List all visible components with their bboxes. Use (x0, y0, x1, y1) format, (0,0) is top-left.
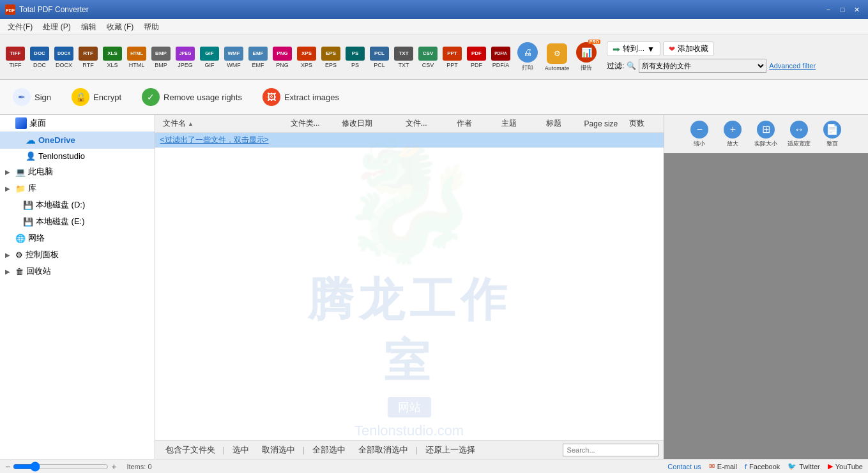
format-csv[interactable]: CSV CSV (416, 38, 439, 77)
select-button[interactable]: 选中 (227, 443, 254, 457)
zoom-out-button[interactable]: − 缩小 (685, 118, 713, 150)
extract-images-button[interactable]: 🖼 Extract images (257, 86, 344, 109)
file-list-header: 文件名 ▲ 文件类... 修改日期 文件... 作者 主题 标题 Page si… (155, 115, 664, 133)
full-page-label: 整页 (826, 140, 838, 148)
sidebar-item-local-d[interactable]: 💾 本地磁盘 (D:) (0, 197, 155, 213)
format-rtf[interactable]: RTF RTF (77, 38, 100, 77)
col-filename[interactable]: 文件名 ▲ (160, 118, 288, 129)
format-xps[interactable]: XPS XPS (295, 38, 318, 77)
col-fileinfo[interactable]: 文件... (403, 118, 454, 129)
actual-size-button[interactable]: ⊞ 实际大小 (752, 118, 780, 150)
format-html[interactable]: HTML HTML (125, 38, 148, 77)
add-favorite-button[interactable]: ❤ 添加收藏 (663, 41, 714, 56)
format-pcl[interactable]: PCL PCL (368, 38, 391, 77)
restore-selection-button[interactable]: 还原上一选择 (420, 443, 480, 457)
col-pages[interactable]: 页数 (627, 118, 659, 129)
report-button[interactable]: PRO 📊 报告 (572, 39, 600, 76)
person-icon: 👤 (26, 151, 36, 161)
zoom-slider[interactable] (13, 462, 109, 472)
menu-file[interactable]: 文件(F) (3, 20, 38, 34)
format-tiff[interactable]: TIFF TIFF (4, 38, 27, 77)
expand-arrow-icon: ▶ (5, 185, 13, 192)
format-bmp[interactable]: BMP BMP (149, 38, 172, 77)
contact-us-link[interactable]: Contact us (667, 463, 701, 470)
facebook-link[interactable]: f Facebook (745, 463, 780, 470)
sidebar-item-recycle-bin[interactable]: ▶ 🗑 回收站 (0, 263, 155, 280)
format-doc[interactable]: DOC DOC (28, 38, 51, 77)
col-modified[interactable]: 修改日期 (339, 118, 403, 129)
bottom-bar: 包含子文件夹 | 选中 取消选中 | 全部选中 全部取消选中 | 还原上一选择 (155, 440, 664, 459)
format-pdfa[interactable]: PDF/A PDF/A (489, 38, 512, 77)
format-png[interactable]: PNG PNG (271, 38, 294, 77)
format-jpeg[interactable]: JPEG JPEG (174, 38, 197, 77)
content-area: 文件名 ▲ 文件类... 修改日期 文件... 作者 主题 标题 Page si… (155, 115, 664, 459)
format-ppt[interactable]: PPT PPT (441, 38, 464, 77)
format-pdf[interactable]: PDF PDF (465, 38, 488, 77)
close-button[interactable]: ✕ (850, 4, 863, 15)
sign-icon: ✒ (13, 88, 31, 106)
col-subject[interactable]: 主题 (499, 118, 544, 129)
sidebar-label-desktop: 桌面 (29, 117, 149, 129)
minimize-button[interactable]: − (822, 4, 835, 15)
col-title[interactable]: 标题 (544, 118, 582, 129)
deselect-all-button[interactable]: 全部取消选中 (353, 443, 413, 457)
zoom-increase-button[interactable]: + (111, 462, 116, 472)
sidebar-item-onedrive[interactable]: ☁ OneDrive (0, 131, 155, 149)
include-subfolders-button[interactable]: 包含子文件夹 (160, 443, 220, 457)
filter-select[interactable]: 所有支持的文件 (639, 59, 766, 73)
col-filetype[interactable]: 文件类... (288, 118, 339, 129)
file-row-empty[interactable]: <过滤出了一些文件，双击显示> (155, 133, 664, 148)
watermark: 🐉 腾龙工作室 网站 Tenlonstudio.com (282, 134, 537, 439)
format-gif[interactable]: GIF GIF (198, 38, 221, 77)
encrypt-button[interactable]: 🔒 Encrypt (66, 86, 126, 109)
col-pagesize[interactable]: Page size (582, 119, 627, 128)
automate-button[interactable]: ⚙ Automate (543, 39, 571, 76)
sidebar-item-tenlonstudio[interactable]: 👤 Tenlonstudio (0, 149, 155, 163)
status-left: − + Items: 0 (5, 462, 152, 472)
format-emf[interactable]: EMF EMF (247, 38, 270, 77)
deselect-button[interactable]: 取消选中 (257, 443, 300, 457)
convert-button[interactable]: ➡ 转到... ▼ (607, 41, 660, 56)
app-title: Total PDF Converter (19, 5, 89, 14)
sidebar-item-library[interactable]: ▶ 📁 库 (0, 180, 155, 197)
advanced-filter-button[interactable]: Advanced filter (769, 62, 816, 70)
fit-width-button[interactable]: ↔ 适应宽度 (785, 118, 813, 150)
sidebar-item-control-panel[interactable]: ▶ ⚙ 控制面板 (0, 246, 155, 263)
email-link[interactable]: ✉ E-mail (709, 462, 737, 470)
format-wmf[interactable]: WMF WMF (222, 38, 245, 77)
file-list: <过滤出了一些文件，双击显示> 🐉 腾龙工作室 网站 Tenlonstudio.… (155, 133, 664, 440)
sidebar-item-network[interactable]: 🌐 网络 (0, 230, 155, 246)
menu-help[interactable]: 帮助 (139, 20, 164, 34)
col-author[interactable]: 作者 (454, 118, 499, 129)
format-xls[interactable]: XLS XLS (101, 38, 124, 77)
youtube-link[interactable]: ▶ YouTube (828, 462, 863, 470)
sidebar-item-this-pc[interactable]: ▶ 💻 此电脑 (0, 163, 155, 180)
menu-process[interactable]: 处理 (P) (38, 20, 75, 34)
maximize-button[interactable]: □ (836, 4, 849, 15)
status-right: Contact us ✉ E-mail f Facebook 🐦 Twitter… (667, 462, 863, 470)
sidebar-item-local-e[interactable]: 💾 本地磁盘 (E:) (0, 213, 155, 230)
format-eps[interactable]: EPS EPS (319, 38, 342, 77)
print-button[interactable]: 🖨 打印 (514, 39, 542, 76)
remove-usage-rights-button[interactable]: ✓ Remove usage rights (137, 86, 247, 109)
title-left: PDF Total PDF Converter (5, 4, 89, 15)
search-input[interactable] (563, 444, 659, 456)
format-ps[interactable]: PS PS (344, 38, 367, 77)
sign-button[interactable]: ✒ Sign (8, 86, 56, 109)
format-docx[interactable]: DOCX DOCX (52, 38, 75, 77)
format-txt[interactable]: TXT TXT (392, 38, 415, 77)
full-page-button[interactable]: 📄 整页 (818, 118, 846, 150)
filter-row: 过滤: 🔍 所有支持的文件 Advanced filter (607, 59, 816, 73)
heart-icon: ❤ (669, 45, 675, 54)
empty-message[interactable]: <过滤出了一些文件，双击显示> (160, 135, 269, 146)
zoom-decrease-button[interactable]: − (5, 462, 10, 472)
sidebar-item-desktop[interactable]: 桌面 (0, 115, 155, 131)
select-all-button[interactable]: 全部选中 (307, 443, 351, 457)
toolbar: TIFF TIFF DOC DOC DOCX DOCX RTF RTF XLS … (0, 35, 868, 80)
preview-panel: − 缩小 + 放大 ⊞ 实际大小 ↔ 适应宽度 📄 整页 (664, 115, 868, 459)
zoom-in-button[interactable]: + 放大 (719, 118, 747, 150)
menu-edit[interactable]: 编辑 (76, 20, 102, 34)
twitter-link[interactable]: 🐦 Twitter (788, 462, 819, 470)
twitter-label: Twitter (799, 463, 819, 470)
menu-favorites[interactable]: 收藏 (F) (102, 20, 139, 34)
